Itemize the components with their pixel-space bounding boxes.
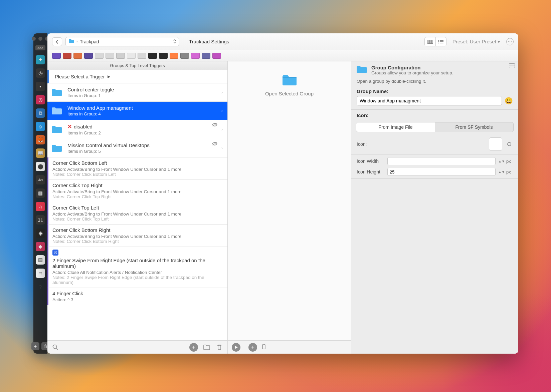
dock-app-firefox[interactable]: 🦊 [36, 135, 45, 144]
hidden-eye-icon[interactable] [212, 123, 217, 128]
hidden-eye-icon[interactable] [212, 142, 217, 147]
folder-icon [50, 87, 63, 98]
breadcrumb[interactable]: ● Trackpad [65, 37, 179, 46]
dock-app-help[interactable]: ? [36, 282, 45, 291]
updown-caret-icon [173, 39, 176, 44]
device-selector-14[interactable] [202, 53, 210, 59]
config-hint: Open a group by double-clicking it. [351, 77, 518, 87]
group-item[interactable]: Window and App managmentItems in Group: … [47, 102, 227, 120]
icon-height-label: Icon Height [357, 169, 385, 174]
trigger-item[interactable]: 4 Finger ClickAction: ^ 3 [47, 288, 227, 305]
play-triangle-icon: ▶ [108, 74, 110, 79]
trigger-item[interactable]: Corner Click Bottom RightAction: Activat… [47, 225, 227, 247]
dock-app-bettertouchtool[interactable]: ✦ [36, 55, 45, 64]
ellipsis-icon: ⋯ [508, 39, 512, 44]
tab-from-sf-symbols[interactable]: From SF Symbols [435, 122, 513, 132]
delete-trigger-icon[interactable] [215, 343, 223, 351]
group-name-input[interactable] [357, 96, 502, 105]
trigger-item[interactable]: Corner Click Top RightAction: Activate/B… [47, 180, 227, 202]
dock-add-button[interactable]: + [31, 342, 39, 350]
icon-image-well[interactable] [489, 137, 502, 151]
height-stepper[interactable]: ▲▼ [498, 171, 504, 173]
device-selector-8[interactable] [138, 53, 146, 59]
select-trigger-prompt[interactable]: Please Select a Trigger ▶ [47, 70, 227, 83]
dock-app-music[interactable]: ♫ [36, 202, 45, 211]
dock-app-grid[interactable]: ▦ [36, 188, 45, 198]
device-selector-12[interactable] [180, 53, 189, 59]
preset-dropdown[interactable]: Preset: User Preset ▾ [450, 37, 503, 46]
dock-app-vscode[interactable]: ⧉ [36, 108, 45, 118]
actions-panel: Open Selected Group + [228, 61, 351, 354]
dock-app-chrome[interactable]: ⬤ [36, 162, 45, 171]
dock-app-slack[interactable]: ⌗ [36, 269, 45, 278]
group-item[interactable]: ✕ disabledItems in Group: 2› [47, 120, 227, 139]
emoji-picker-button[interactable]: 😀 [505, 97, 513, 105]
reset-icon-button[interactable] [506, 140, 513, 148]
dock-prompt[interactable]: >>> [35, 45, 45, 50]
device-selector-3[interactable] [84, 53, 93, 59]
trigger-title: 4 Finger Click [52, 291, 223, 296]
triggers-footer: + [47, 340, 227, 354]
device-selector-10[interactable] [159, 53, 168, 59]
folder-icon [68, 39, 74, 45]
chevron-right-icon: › [221, 127, 223, 132]
view-toggle[interactable] [424, 37, 446, 46]
dock-app-finder[interactable]: ☺ [36, 122, 45, 131]
trigger-action: Action: Activate/Bring to Front Window U… [52, 212, 223, 217]
trigger-item[interactable]: Corner Click Top LeftAction: Activate/Br… [47, 202, 227, 225]
list-view-icon[interactable] [435, 37, 446, 46]
more-button[interactable]: ⋯ [506, 38, 514, 45]
group-item[interactable]: Mission Control and Virtual DesktopsItem… [47, 139, 227, 157]
run-action-button[interactable] [232, 343, 240, 352]
device-selector-row [47, 50, 518, 61]
open-group-label: Open Selected Group [265, 91, 314, 96]
folder-icon [356, 65, 367, 75]
width-stepper[interactable]: ▲▼ [498, 160, 504, 162]
config-panel-subtitle: Groups allow you to organize your setup. [371, 70, 453, 75]
back-button[interactable] [52, 37, 62, 46]
icon-source-tabs[interactable]: From Image File From SF Symbols [356, 122, 514, 132]
add-trigger-button[interactable]: + [189, 343, 198, 352]
group-subtitle: Items in Group: 2 [67, 130, 217, 135]
dock-app-calendar[interactable]: 31 [36, 215, 45, 225]
dock-app-notes[interactable]: ▤ [36, 255, 45, 265]
columns-view-icon[interactable] [425, 37, 435, 46]
new-folder-icon[interactable] [203, 343, 211, 351]
group-trigger-list[interactable]: Control center toggleItems in Group: 1›W… [47, 83, 227, 340]
breadcrumb-separator: ● [76, 41, 78, 43]
add-action-button[interactable]: + [248, 343, 257, 352]
dock-app-obs[interactable]: ◉ [36, 229, 45, 238]
device-selector-5[interactable] [106, 53, 114, 59]
disabled-x-icon: ✕ [67, 123, 72, 130]
dock-app-books[interactable]: 📖 [36, 148, 45, 158]
trigger-item[interactable]: ⌘ 2 Finger Swipe From Right Edge (start … [47, 247, 227, 288]
device-selector-13[interactable] [191, 53, 200, 59]
search-icon[interactable] [51, 343, 59, 351]
device-selector-1[interactable] [63, 53, 71, 59]
device-selector-11[interactable] [170, 53, 178, 59]
delete-action-icon[interactable] [261, 344, 266, 351]
dock-app-diamond[interactable]: ◆ [36, 242, 45, 251]
trigger-item[interactable]: Corner Click Bottom LeftAction: Activate… [47, 157, 227, 180]
dock-app-live[interactable]: Live [36, 175, 45, 184]
detach-panel-icon[interactable] [509, 63, 515, 68]
device-selector-4[interactable] [95, 53, 104, 59]
device-selector-7[interactable] [127, 53, 136, 59]
trigger-title: Corner Click Top Right [52, 182, 223, 188]
trigger-title: ⌘ 2 Finger Swipe From Right Edge (start … [52, 250, 223, 269]
app-dock: >>> ✦◷•◎⧉☺🦊📖⬤Live▦♫31◉◆▤⌗? + 🗑 [33, 33, 47, 354]
icon-height-input[interactable] [387, 168, 496, 176]
device-selector-2[interactable] [73, 53, 82, 59]
group-item[interactable]: Control center toggleItems in Group: 1› [47, 83, 227, 102]
device-selector-15[interactable] [212, 53, 221, 59]
device-selector-0[interactable] [52, 53, 61, 59]
trigger-notes: Notes: Corner Click Top Right [52, 194, 223, 199]
dock-app-target[interactable]: ◎ [36, 95, 45, 104]
svg-rect-8 [440, 43, 443, 43]
tab-from-image[interactable]: From Image File [356, 122, 435, 132]
icon-width-input[interactable] [387, 157, 496, 165]
device-selector-6[interactable] [116, 53, 125, 59]
device-selector-9[interactable] [148, 53, 157, 59]
dock-app-dot[interactable]: • [36, 82, 45, 91]
dock-app-clock[interactable]: ◷ [36, 68, 45, 78]
